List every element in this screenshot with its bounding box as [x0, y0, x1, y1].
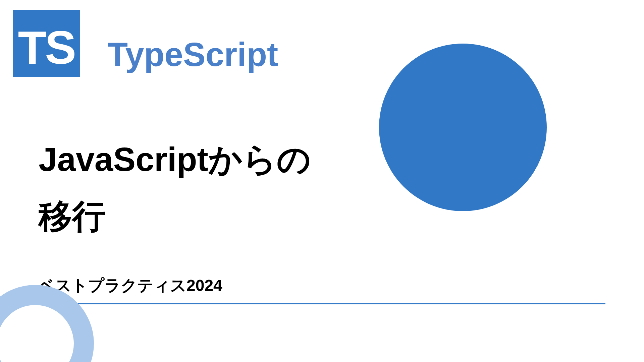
main-title-line1: JavaScriptからの: [39, 140, 311, 178]
main-title-line2: 移行: [39, 197, 106, 235]
typescript-logo-box: TS: [13, 10, 80, 77]
decorative-circle-solid: [379, 44, 547, 211]
typescript-logo-text: TS: [18, 24, 75, 71]
divider-line: [39, 303, 605, 304]
brand-title: TypeScript: [107, 35, 278, 74]
decorative-circle-ring: [0, 285, 94, 362]
subtitle: ベストプラクティス2024: [39, 275, 222, 296]
main-title: JavaScriptからの 移行: [39, 131, 311, 245]
